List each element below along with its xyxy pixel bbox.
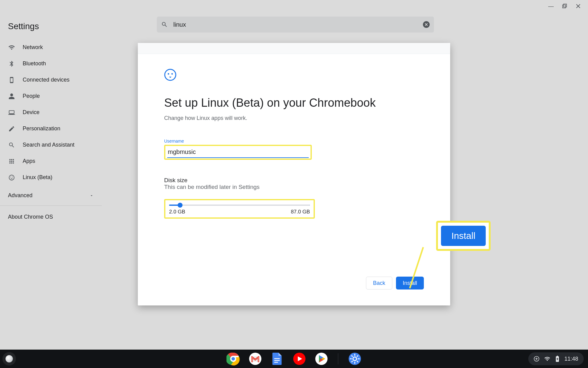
bluetooth-icon bbox=[8, 60, 15, 67]
install-callout-button: Install bbox=[441, 226, 486, 246]
advanced-label: Advanced bbox=[8, 192, 32, 199]
chromeos-shelf: 11:48 bbox=[0, 350, 588, 368]
notification-add-icon[interactable] bbox=[534, 356, 539, 362]
settings-sidebar: Network Bluetooth Connected devices Peop… bbox=[0, 39, 102, 228]
laptop-icon bbox=[8, 109, 15, 116]
svg-rect-20 bbox=[274, 362, 278, 363]
sidebar-item-personalization[interactable]: Personalization bbox=[0, 121, 102, 137]
svg-point-7 bbox=[10, 177, 11, 177]
sidebar-item-label: People bbox=[23, 93, 40, 99]
launcher-button[interactable] bbox=[6, 355, 13, 362]
sidebar-advanced-toggle[interactable]: Advanced bbox=[0, 186, 102, 206]
clock: 11:48 bbox=[564, 356, 578, 362]
window-minimize-button[interactable]: — bbox=[548, 3, 554, 10]
disk-max-label: 87.0 GB bbox=[291, 209, 310, 215]
slider-thumb[interactable] bbox=[178, 203, 183, 208]
disk-size-sub: This can be modified later in Settings bbox=[164, 184, 424, 190]
sidebar-item-device[interactable]: Device bbox=[0, 104, 102, 121]
svg-point-6 bbox=[9, 175, 14, 180]
svg-rect-19 bbox=[274, 360, 280, 361]
sidebar-item-connected-devices[interactable]: Connected devices bbox=[0, 72, 102, 88]
install-callout: Install bbox=[436, 221, 491, 251]
pencil-icon bbox=[8, 125, 15, 132]
search-input[interactable] bbox=[173, 21, 423, 28]
settings-search[interactable] bbox=[157, 17, 434, 33]
disk-size-slider[interactable] bbox=[169, 205, 310, 206]
sidebar-item-label: Personalization bbox=[23, 125, 60, 132]
sidebar-item-apps[interactable]: Apps bbox=[0, 153, 102, 169]
dialog-subtitle: Change how Linux apps will work. bbox=[164, 115, 424, 121]
settings-app-icon[interactable] bbox=[348, 352, 362, 366]
sidebar-item-label: Apps bbox=[23, 158, 35, 164]
disk-min-label: 2.0 GB bbox=[169, 209, 185, 215]
sidebar-item-network[interactable]: Network bbox=[0, 39, 102, 56]
system-tray[interactable]: 11:48 bbox=[528, 352, 584, 365]
wifi-icon bbox=[8, 44, 15, 51]
svg-point-10 bbox=[168, 73, 169, 75]
sidebar-item-label: Connected devices bbox=[23, 77, 70, 83]
dialog-title: Set up Linux (Beta) on your Chromebook bbox=[164, 96, 424, 109]
back-button[interactable]: Back bbox=[366, 277, 392, 289]
window-close-button[interactable] bbox=[576, 4, 581, 9]
sidebar-item-label: Search and Assistant bbox=[23, 142, 74, 148]
disk-size-label: Disk size bbox=[164, 177, 424, 184]
linux-icon bbox=[8, 174, 15, 181]
chevron-down-icon bbox=[89, 194, 94, 198]
svg-point-11 bbox=[172, 73, 173, 75]
sidebar-item-linux-beta[interactable]: Linux (Beta) bbox=[0, 169, 102, 186]
sidebar-item-label: Network bbox=[23, 44, 43, 51]
docs-app-icon[interactable] bbox=[271, 352, 284, 366]
shelf-divider bbox=[338, 353, 338, 364]
svg-rect-42 bbox=[557, 356, 558, 356]
svg-point-15 bbox=[231, 357, 236, 361]
username-label: Username bbox=[164, 139, 424, 144]
person-icon bbox=[8, 93, 15, 100]
disk-slider-highlight: 2.0 GB 87.0 GB bbox=[164, 199, 315, 219]
clear-search-icon[interactable] bbox=[423, 21, 430, 28]
svg-rect-0 bbox=[563, 5, 566, 8]
svg-rect-1 bbox=[564, 4, 567, 7]
phone-icon bbox=[8, 76, 15, 84]
sidebar-item-people[interactable]: People bbox=[0, 88, 102, 104]
username-input[interactable] bbox=[167, 147, 309, 158]
svg-point-9 bbox=[165, 69, 176, 80]
install-button[interactable]: Install bbox=[396, 277, 424, 289]
sidebar-item-label: Device bbox=[23, 109, 40, 116]
svg-rect-18 bbox=[274, 358, 280, 359]
play-store-app-icon[interactable] bbox=[315, 352, 328, 366]
search-icon bbox=[161, 21, 168, 28]
svg-point-8 bbox=[12, 177, 13, 177]
youtube-app-icon[interactable] bbox=[293, 352, 306, 366]
sidebar-item-label: Bluetooth bbox=[23, 60, 46, 67]
window-maximize-button[interactable] bbox=[562, 4, 567, 9]
page-title: Settings bbox=[8, 21, 39, 31]
sidebar-item-label: Linux (Beta) bbox=[23, 174, 52, 181]
penguin-icon bbox=[164, 69, 176, 81]
sidebar-about[interactable]: About Chrome OS bbox=[0, 206, 102, 228]
dialog-titlebar bbox=[138, 43, 450, 54]
wifi-tray-icon bbox=[544, 356, 550, 362]
sidebar-item-search-assistant[interactable]: Search and Assistant bbox=[0, 137, 102, 153]
gmail-app-icon[interactable] bbox=[249, 352, 262, 366]
apps-grid-icon bbox=[8, 158, 15, 165]
linux-setup-dialog: Set up Linux (Beta) on your Chromebook C… bbox=[138, 43, 450, 305]
username-highlight bbox=[164, 145, 312, 160]
sidebar-item-bluetooth[interactable]: Bluetooth bbox=[0, 56, 102, 72]
chrome-app-icon[interactable] bbox=[227, 352, 240, 366]
search-icon bbox=[8, 141, 15, 149]
battery-tray-icon bbox=[555, 355, 560, 362]
